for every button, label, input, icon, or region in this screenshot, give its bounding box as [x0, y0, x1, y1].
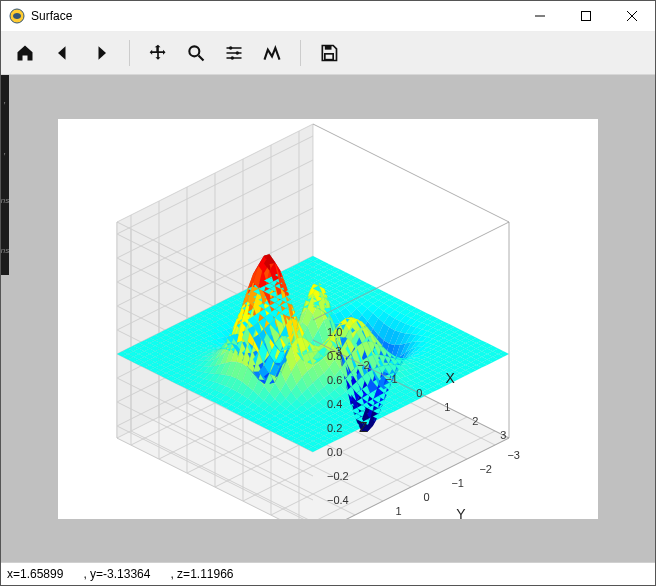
z-tick: 1.0 — [327, 326, 342, 338]
z-tick: −0.6 — [327, 518, 349, 519]
status-y: , y=-3.13364 — [83, 567, 150, 581]
x-tick: 1 — [444, 400, 450, 412]
svg-rect-7 — [325, 54, 333, 60]
x-tick: 0 — [416, 386, 422, 398]
svg-point-3 — [229, 46, 232, 49]
x-tick: −2 — [357, 358, 370, 370]
status-z: , z=1.11966 — [170, 567, 233, 581]
figure-canvas-area[interactable]: ,,nsns −3−2−10123−3−2−10123−0.6−0.4−0.20… — [1, 75, 655, 562]
y-tick: −3 — [507, 449, 520, 461]
x-axis-label: X — [446, 370, 456, 386]
svg-point-2 — [189, 46, 199, 56]
maximize-button[interactable] — [563, 1, 609, 31]
configure-subplots-button[interactable] — [216, 36, 252, 70]
save-button[interactable] — [311, 36, 347, 70]
x-tick: −1 — [385, 372, 398, 384]
z-tick: 0.0 — [327, 446, 342, 458]
matplotlib-toolbar — [1, 32, 655, 75]
svg-point-5 — [231, 56, 234, 59]
home-button[interactable] — [7, 36, 43, 70]
y-tick: 0 — [423, 491, 429, 503]
back-button[interactable] — [45, 36, 81, 70]
python-icon — [9, 8, 25, 24]
x-tick: 3 — [500, 428, 506, 440]
svg-rect-1 — [582, 12, 591, 21]
close-button[interactable] — [609, 1, 655, 31]
editor-gutter: ,,nsns — [1, 75, 9, 275]
z-tick: 0.4 — [327, 398, 342, 410]
y-tick: −2 — [479, 463, 492, 475]
z-axis-label: Z — [359, 419, 368, 435]
svg-line-1356 — [313, 124, 509, 222]
edit-axis-button[interactable] — [254, 36, 290, 70]
x-tick: 2 — [472, 414, 478, 426]
forward-button[interactable] — [83, 36, 119, 70]
window-title: Surface — [31, 9, 72, 23]
app-window: Surface — [0, 0, 656, 586]
z-tick: −0.4 — [327, 494, 349, 506]
y-tick: −1 — [451, 477, 464, 489]
toolbar-separator — [129, 40, 130, 66]
figure[interactable]: −3−2−10123−3−2−10123−0.6−0.4−0.20.00.20.… — [58, 119, 598, 519]
toolbar-separator — [300, 40, 301, 66]
pan-button[interactable] — [140, 36, 176, 70]
svg-rect-6 — [325, 46, 332, 50]
z-tick: 0.2 — [327, 422, 342, 434]
z-tick: 0.6 — [327, 374, 342, 386]
z-tick: −0.2 — [327, 470, 349, 482]
z-tick: 0.8 — [327, 350, 342, 362]
zoom-button[interactable] — [178, 36, 214, 70]
status-x: x=1.65899 — [7, 567, 63, 581]
y-axis-label: Y — [456, 505, 466, 518]
svg-point-4 — [236, 51, 239, 54]
minimize-button[interactable] — [517, 1, 563, 31]
y-tick: 1 — [395, 505, 401, 517]
titlebar: Surface — [1, 1, 655, 32]
statusbar: x=1.65899 , y=-3.13364 , z=1.11966 — [1, 562, 655, 585]
